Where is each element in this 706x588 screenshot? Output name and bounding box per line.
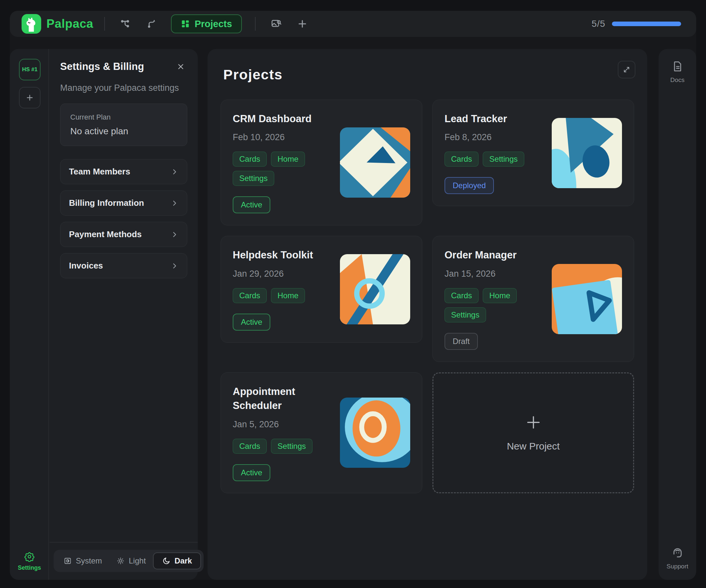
project-card-order-manager[interactable]: Order Manager Jan 15, 2026 CardsHomeSett… — [432, 236, 634, 362]
current-plan-label: Current Plan — [70, 113, 177, 122]
chevron-right-icon — [171, 199, 179, 207]
project-artwork — [552, 264, 622, 334]
project-date: Jan 5, 2026 — [233, 419, 334, 429]
status-badge: Active — [233, 313, 270, 331]
project-tag: Cards — [444, 288, 478, 303]
new-project-button[interactable]: New Project — [432, 372, 634, 493]
project-artwork — [340, 254, 410, 324]
topbar-divider — [255, 17, 256, 31]
settings-item-invoices[interactable]: Invoices — [60, 253, 187, 278]
status-badge: Active — [233, 464, 270, 481]
settings-item-label: Payment Methods — [69, 229, 142, 240]
status-badge: Deployed — [444, 177, 494, 194]
project-tag: Cards — [444, 152, 478, 167]
theme-option-system[interactable]: System — [56, 552, 109, 570]
project-tags: CardsSettings — [233, 439, 331, 454]
project-title: Order Manager — [444, 248, 543, 262]
chevron-right-icon — [171, 168, 179, 176]
dashboard-grid-icon — [181, 19, 190, 29]
sun-icon — [116, 557, 125, 565]
settings-item-billing-information[interactable]: Billing Information — [60, 191, 187, 216]
project-card-info: CRM Dashboard Feb 10, 2026 CardsHomeSett… — [233, 112, 334, 213]
support-button[interactable]: Support — [659, 547, 696, 570]
project-card-info: Lead Tracker Feb 8, 2026 CardsSettings D… — [444, 112, 545, 194]
settings-sidebar-panel: HS #1 Settings Settings & Billing Manage… — [10, 49, 198, 580]
add-workspace-button[interactable] — [19, 87, 41, 109]
chevron-right-icon — [171, 230, 179, 239]
top-bar: Palpaca Projects — [10, 11, 696, 37]
document-icon — [671, 60, 684, 73]
project-tag: Settings — [233, 171, 274, 186]
project-tag: Settings — [483, 152, 524, 167]
chevron-right-icon — [171, 262, 179, 270]
brand-name: Palpaca — [46, 17, 93, 31]
palpaca-logo[interactable] — [22, 14, 41, 34]
theme-toggle-section: System Light Dark — [50, 542, 198, 580]
project-date: Jan 15, 2026 — [444, 269, 545, 279]
usage-count: 5/5 — [592, 18, 605, 29]
page-title: Projects — [223, 67, 634, 83]
settings-item-label: Invoices — [69, 261, 103, 271]
settings-item-team-members[interactable]: Team Members — [60, 159, 187, 184]
llama-icon — [24, 16, 39, 32]
topbar-divider — [104, 17, 105, 31]
theme-option-light[interactable]: Light — [109, 552, 153, 570]
docs-label: Docs — [670, 77, 684, 84]
add-tab-icon[interactable] — [293, 14, 312, 33]
project-tag: Settings — [444, 307, 486, 323]
status-badge: Active — [233, 196, 270, 213]
projects-grid: CRM Dashboard Feb 10, 2026 CardsHomeSett… — [221, 100, 634, 493]
plus-icon — [26, 93, 34, 102]
close-icon[interactable] — [174, 60, 187, 73]
image-search-icon[interactable] — [267, 14, 286, 33]
tab-projects-label: Projects — [194, 18, 232, 30]
settings-panel-title: Settings & Billing — [60, 61, 144, 73]
project-card-info: Helpdesk Toolkit Jan 29, 2026 CardsHome … — [233, 248, 334, 330]
project-tag: Home — [271, 152, 305, 167]
expand-icon[interactable] — [618, 61, 635, 78]
project-card-appointment-scheduler[interactable]: Appointment Scheduler Jan 5, 2026 CardsS… — [221, 372, 422, 493]
app-window: Palpaca Projects — [10, 11, 696, 580]
project-tags: CardsHomeSettings — [444, 288, 543, 323]
project-date: Feb 8, 2026 — [444, 132, 545, 142]
settings-list: Team MembersBilling InformationPayment M… — [60, 159, 187, 278]
project-tags: CardsHome — [233, 288, 331, 303]
current-plan-card: Current Plan No active plan — [60, 103, 187, 146]
workspace-badge[interactable]: HS #1 — [19, 59, 41, 80]
settings-label: Settings — [17, 564, 41, 571]
project-card-helpdesk-toolkit[interactable]: Helpdesk Toolkit Jan 29, 2026 CardsHome … — [221, 236, 422, 342]
moon-icon — [162, 557, 171, 565]
docs-button[interactable]: Docs — [659, 60, 696, 84]
status-badge: Draft — [444, 333, 478, 350]
theme-toggle: System Light Dark — [53, 550, 204, 572]
settings-item-label: Billing Information — [69, 198, 144, 208]
support-label: Support — [666, 563, 689, 570]
project-title: Appointment Scheduler — [233, 384, 331, 413]
workflow-icon[interactable] — [116, 14, 135, 33]
theme-option-dark[interactable]: Dark — [153, 552, 201, 570]
project-tag: Settings — [271, 439, 312, 454]
project-tags: CardsHomeSettings — [233, 152, 331, 186]
usage-progress-bar — [612, 22, 681, 26]
settings-item-label: Team Members — [69, 167, 130, 177]
tab-projects[interactable]: Projects — [171, 14, 241, 33]
project-tag: Home — [271, 288, 305, 303]
sidebar-item-settings[interactable]: Settings — [10, 551, 49, 571]
project-title: Lead Tracker — [444, 112, 543, 126]
new-project-label: New Project — [507, 441, 560, 452]
project-tag: Cards — [233, 288, 267, 303]
project-card-lead-tracker[interactable]: Lead Tracker Feb 8, 2026 CardsSettings D… — [432, 100, 634, 206]
settings-panel-subtitle: Manage your Palpaca settings — [50, 73, 198, 93]
theme-light-label: Light — [129, 556, 146, 565]
settings-item-payment-methods[interactable]: Payment Methods — [60, 222, 187, 247]
plus-icon — [525, 414, 542, 431]
project-artwork — [340, 397, 410, 468]
project-artwork — [552, 118, 622, 188]
project-card-crm-dashboard[interactable]: CRM Dashboard Feb 10, 2026 CardsHomeSett… — [221, 100, 422, 225]
project-title: CRM Dashboard — [233, 112, 331, 126]
project-title: Helpdesk Toolkit — [233, 248, 331, 262]
project-artwork — [340, 127, 410, 198]
gear-icon — [24, 551, 35, 562]
route-icon[interactable] — [142, 14, 161, 33]
project-tag: Cards — [233, 439, 267, 454]
